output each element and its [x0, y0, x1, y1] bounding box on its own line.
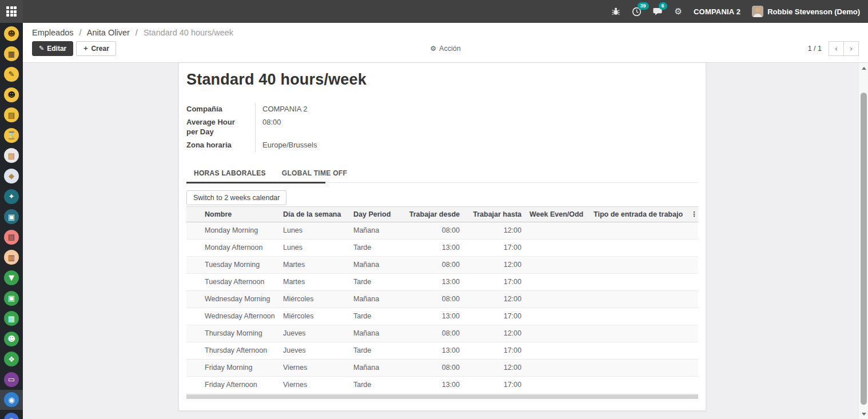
cell-trabajar-hasta[interactable]: 17:00 [464, 308, 526, 325]
cell-dia-semana[interactable]: Martes [280, 273, 350, 290]
apps-menu-button[interactable] [0, 0, 23, 23]
cell-trabajar-desde[interactable]: 08:00 [403, 359, 464, 376]
sidebar-app-contacts[interactable]: ☻ [0, 23, 23, 44]
table-row[interactable]: Monday MorningLunesMañana08:0012:00 [186, 222, 698, 239]
activities-menu[interactable]: 39 [632, 7, 642, 17]
horizontal-scrollbar[interactable] [186, 394, 698, 399]
sidebar-app-app-partial[interactable]: ◉ [0, 410, 23, 419]
cell-select[interactable] [186, 376, 201, 393]
cell-trabajar-desde[interactable]: 08:00 [403, 222, 464, 239]
cell-nombre[interactable]: Tuesday Afternoon [201, 273, 280, 290]
cell-nombre[interactable]: Thursday Morning [201, 325, 280, 342]
scrollbar-thumb[interactable] [861, 93, 867, 405]
cell-trabajar-desde[interactable]: 13:00 [403, 376, 464, 393]
sidebar-app-employees[interactable]: ☻ [0, 85, 23, 105]
company-switcher[interactable]: COMPANIA 2 [694, 7, 740, 16]
table-row[interactable]: Tuesday AfternoonMartesTarde13:0017:00 [186, 273, 698, 290]
field-value-zona-horaria[interactable]: Europe/Brussels [255, 139, 433, 152]
cell-trabajar-hasta[interactable]: 12:00 [464, 359, 526, 376]
cell-end[interactable] [690, 342, 698, 359]
cell-dia-semana[interactable]: Lunes [280, 222, 350, 239]
cell-nombre[interactable]: Tuesday Morning [201, 256, 280, 273]
cell-trabajar-desde[interactable]: 08:00 [403, 290, 464, 308]
debug-bug-icon[interactable] [611, 7, 620, 16]
cell-week-even-odd[interactable] [526, 376, 590, 393]
pager-previous-button[interactable]: ‹ [829, 41, 844, 56]
cell-end[interactable] [690, 222, 698, 239]
cell-nombre[interactable]: Wednesday Morning [201, 290, 280, 308]
breadcrumb-anita-oliver[interactable]: Anita Oliver [87, 28, 130, 37]
tab-horas-laborales[interactable]: HORAS LABORALES [194, 169, 266, 177]
create-button[interactable]: + Crear [76, 41, 116, 56]
sidebar-app-presentation[interactable]: ▤ [0, 105, 23, 125]
cell-day-period[interactable]: Mañana [350, 290, 403, 308]
cell-day-period[interactable]: Tarde [350, 273, 403, 290]
cell-select[interactable] [186, 290, 201, 308]
cell-day-period[interactable]: Mañana [350, 256, 403, 273]
sidebar-app-inventory[interactable]: ▣ [0, 288, 23, 309]
scroll-down-icon[interactable] [862, 413, 866, 416]
cell-tipo-entrada[interactable] [590, 359, 690, 376]
cell-tipo-entrada[interactable] [590, 273, 690, 290]
table-row[interactable]: Monday AfternoonLunesTarde13:0017:00 [186, 239, 698, 256]
sidebar-app-library[interactable]: ❖ [0, 349, 23, 370]
table-row[interactable]: Friday AfternoonViernesTarde13:0017:00 [186, 376, 698, 393]
header-day-period[interactable]: Day Period [350, 206, 403, 222]
pager-next-button[interactable]: › [843, 41, 859, 56]
table-row[interactable]: Wednesday MorningMiércolesMañana08:0012:… [186, 290, 698, 308]
cell-nombre[interactable]: Monday Morning [201, 222, 280, 239]
cell-day-period[interactable]: Tarde [350, 342, 403, 359]
cell-end[interactable] [690, 308, 698, 325]
cell-select[interactable] [186, 239, 201, 256]
cell-tipo-entrada[interactable] [590, 290, 690, 308]
sidebar-app-calendar[interactable]: ▦ [0, 44, 23, 65]
cell-trabajar-desde[interactable]: 08:00 [403, 256, 464, 273]
cell-tipo-entrada[interactable] [590, 376, 690, 393]
cell-dia-semana[interactable]: Miércoles [280, 308, 350, 325]
switch-calendar-button[interactable]: Switch to 2 weeks calendar [186, 190, 286, 205]
cell-week-even-odd[interactable] [526, 222, 590, 239]
cell-trabajar-hasta[interactable]: 17:00 [464, 342, 526, 359]
cell-week-even-odd[interactable] [526, 308, 590, 325]
sidebar-app-classroom[interactable]: ▣ [0, 206, 23, 227]
cell-end[interactable] [690, 376, 698, 393]
table-row[interactable]: Friday MorningViernesMañana08:0012:00 [186, 359, 698, 376]
field-value-average-hour[interactable]: 08:00 [255, 116, 433, 139]
cell-trabajar-hasta[interactable]: 17:00 [464, 239, 526, 256]
cell-dia-semana[interactable]: Lunes [280, 239, 350, 256]
cell-dia-semana[interactable]: Miércoles [280, 290, 350, 308]
cell-dia-semana[interactable]: Viernes [280, 359, 350, 376]
cell-end[interactable] [690, 256, 698, 273]
cell-trabajar-desde[interactable]: 13:00 [403, 273, 464, 290]
cell-dia-semana[interactable]: Jueves [280, 325, 350, 342]
cell-day-period[interactable]: Tarde [350, 239, 403, 256]
cell-end[interactable] [690, 273, 698, 290]
cell-week-even-odd[interactable] [526, 239, 590, 256]
vertical-scrollbar[interactable] [858, 63, 868, 419]
edit-button[interactable]: ✎ Editar [32, 41, 73, 56]
cell-select[interactable] [186, 273, 201, 290]
cell-day-period[interactable]: Mañana [350, 222, 403, 239]
cell-trabajar-hasta[interactable]: 17:00 [464, 376, 526, 393]
cell-tipo-entrada[interactable] [590, 342, 690, 359]
cell-trabajar-desde[interactable]: 13:00 [403, 342, 464, 359]
cell-select[interactable] [186, 359, 201, 376]
cell-trabajar-desde[interactable]: 08:00 [403, 325, 464, 342]
header-trabajar-hasta[interactable]: Trabajar hasta [464, 206, 526, 222]
sidebar-app-timesheet[interactable]: ⌛ [0, 125, 23, 146]
header-trabajar-desde[interactable]: Trabajar desde [403, 206, 464, 222]
cell-trabajar-desde[interactable]: 13:00 [403, 239, 464, 256]
tab-global-time-off[interactable]: GLOBAL TIME OFF [282, 169, 347, 177]
sidebar-app-planning[interactable]: ◆ [0, 166, 23, 186]
table-row[interactable]: Wednesday AfternoonMiércolesTarde13:0017… [186, 308, 698, 325]
cell-nombre[interactable]: Friday Afternoon [201, 376, 280, 393]
cell-dia-semana[interactable]: Martes [280, 256, 350, 273]
cell-nombre[interactable]: Monday Afternoon [201, 239, 280, 256]
cell-week-even-odd[interactable] [526, 325, 590, 342]
messages-menu[interactable]: 6 [653, 7, 663, 16]
cell-trabajar-hasta[interactable]: 12:00 [464, 222, 526, 239]
cell-week-even-odd[interactable] [526, 342, 590, 359]
cell-tipo-entrada[interactable] [590, 325, 690, 342]
cell-end[interactable] [690, 239, 698, 256]
breadcrumb-empleados[interactable]: Empleados [32, 28, 74, 37]
